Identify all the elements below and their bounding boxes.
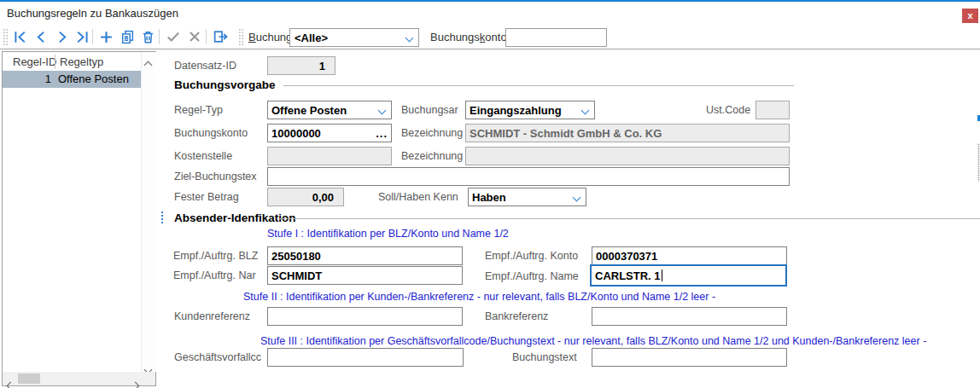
text-cursor — [662, 269, 662, 281]
bezeichnung1-field: SCHMIDT - Schmidt GmbH & Co. KG — [465, 124, 790, 142]
add-record-button[interactable] — [96, 26, 116, 47]
copy-record-icon — [120, 30, 135, 44]
column-header-regel-id[interactable]: Regel-ID — [13, 53, 54, 71]
toolbar-grip[interactable] — [238, 28, 243, 46]
horizontal-scrollbar[interactable] — [3, 372, 155, 385]
previous-record-button[interactable] — [31, 26, 51, 47]
vertical-scrollbar[interactable] — [141, 52, 156, 372]
rule-list-row[interactable]: 1 Offene Posten — [3, 71, 142, 88]
chevron-up-icon — [144, 61, 153, 70]
ust-code-field — [755, 101, 790, 119]
empf-name1-field[interactable]: SCHMIDT — [267, 266, 463, 285]
stufe3-note: Stufe III : Identifikation per Geschäfts… — [260, 335, 926, 347]
stufe1-note: Stufe I : Identifikation per BLZ/Konto u… — [267, 228, 509, 240]
toolbar-separator — [206, 29, 207, 44]
kundenreferenz-field[interactable] — [267, 307, 463, 326]
empf-blz-label: Empf./Auftrg. BLZ — [173, 246, 258, 265]
chevron-down-icon — [378, 107, 387, 115]
rule-id-cell: 1 — [3, 71, 51, 88]
buchungstext-field[interactable] — [592, 348, 787, 367]
chevron-down-icon — [573, 194, 581, 202]
delete-record-button[interactable] — [137, 26, 158, 47]
buchungskonto-field[interactable]: 10000000 ... — [267, 124, 392, 142]
bezeichnung2-field — [465, 147, 790, 165]
scroll-up-button[interactable] — [145, 56, 151, 72]
chevron-down-icon — [405, 34, 414, 43]
cancel-icon — [187, 29, 202, 44]
fester-betrag-field: 0,00 — [267, 188, 344, 206]
stufe2-note: Stufe II : Identifikation per Kunden-/Ba… — [243, 291, 715, 303]
ziel-buchungstext-label: Ziel-Buchungstex — [174, 167, 266, 186]
column-divider[interactable] — [55, 55, 55, 69]
empf-name2-label: Empf./Auftrg. Name — [485, 267, 579, 286]
add-record-icon — [99, 30, 114, 44]
empf-konto-label: Empf./Auftrg. Konto — [485, 246, 578, 265]
column-header-regeltyp[interactable]: Regeltyp — [60, 53, 137, 71]
toolbar: Buchungsart: <Alle> Buchungskonto: — [0, 26, 980, 49]
last-record-icon — [75, 30, 90, 44]
geschaeftsvorfallcode-field[interactable] — [267, 348, 464, 367]
section-header-buchungsvorgabe: Buchungsvorgabe — [174, 78, 276, 91]
buchungsart-form-label: Buchungsar — [401, 101, 464, 119]
post-icon — [213, 29, 229, 44]
regel-typ-dropdown[interactable]: Offene Posten — [267, 101, 392, 119]
window-title: Buchungsregeln zu Bankauszügen — [7, 7, 178, 20]
empf-name1-label: Empf./Auftrg. Nar — [173, 266, 256, 285]
next-record-button[interactable] — [51, 26, 72, 47]
last-record-button[interactable] — [72, 26, 92, 47]
lookup-button[interactable]: ... — [376, 127, 388, 140]
first-record-icon — [13, 30, 27, 44]
soll-haben-dropdown[interactable]: Haben — [468, 188, 586, 206]
bezeichnung2-label: Bezeichnung — [401, 147, 464, 165]
close-icon: x — [967, 11, 972, 20]
horizontal-scroll-thumb[interactable] — [18, 374, 40, 384]
first-record-button[interactable] — [9, 26, 30, 47]
ust-code-label: Ust.Code — [706, 101, 750, 119]
ziel-buchungstext-field[interactable] — [267, 167, 790, 186]
delete-record-icon — [141, 30, 155, 44]
buchungskonto-filter-input[interactable] — [505, 28, 607, 47]
scroll-left-button[interactable] — [8, 377, 14, 388]
toolbar-separator — [92, 29, 93, 44]
scroll-right-button[interactable] — [132, 377, 138, 388]
buchungskonto-label: Buchungskonto: — [430, 28, 510, 47]
rule-type-cell: Offene Posten — [58, 71, 129, 88]
fester-betrag-label: Fester Betrag — [174, 188, 239, 206]
soll-haben-label: Soll/Haben Kenn — [378, 188, 458, 206]
bezeichnung1-label: Bezeichnung — [401, 124, 464, 142]
buchungsart-dropdown[interactable]: Eingangszahlung — [465, 101, 595, 119]
chevron-down-icon — [581, 107, 590, 115]
buchungstext-label: Buchungstext — [512, 348, 577, 367]
bankreferenz-field[interactable] — [592, 307, 787, 326]
previous-record-icon — [34, 30, 49, 44]
app-window: { "window": { "title": "Buchungsregeln z… — [0, 0, 980, 388]
empf-konto-field[interactable]: 0000370371 — [592, 246, 787, 265]
chevron-right-icon — [131, 382, 140, 388]
next-record-icon — [55, 30, 69, 44]
bankreferenz-label: Bankreferenz — [485, 307, 548, 326]
kostenstelle-field — [267, 147, 392, 165]
kostenstelle-label: Kostenstelle — [174, 147, 232, 165]
section-header-absender: Absender-Idenfikation — [174, 211, 296, 224]
chevron-left-icon — [7, 382, 15, 388]
section-line — [279, 218, 980, 219]
datensatz-id-label: Datensatz-ID — [174, 56, 236, 75]
datensatz-id-field: 1 — [267, 56, 335, 75]
buchungsart-filter-dropdown[interactable]: <Alle> — [289, 28, 419, 47]
confirm-icon — [166, 29, 181, 44]
post-button[interactable] — [210, 26, 230, 47]
title-bar[interactable]: Buchungsregeln zu Bankauszügen — [0, 2, 980, 26]
toolbar-bottom-line — [0, 49, 980, 49]
copy-record-button[interactable] — [117, 26, 137, 47]
regel-typ-label: Regel-Typ — [174, 101, 223, 119]
section-line — [283, 85, 794, 86]
confirm-button[interactable] — [163, 26, 184, 47]
empf-name2-field[interactable]: CARLSTR. 1 — [590, 264, 787, 287]
cancel-button[interactable] — [184, 26, 205, 47]
empf-blz-field[interactable]: 25050180 — [267, 246, 463, 265]
close-button[interactable]: x — [962, 9, 978, 23]
buchungskonto-form-label: Buchungskonto — [174, 124, 248, 142]
toolbar-grip[interactable] — [3, 28, 8, 46]
section-grip[interactable] — [160, 211, 165, 223]
geschaeftsvorfallcode-label: Geschäftsvorfallcc — [174, 348, 266, 367]
